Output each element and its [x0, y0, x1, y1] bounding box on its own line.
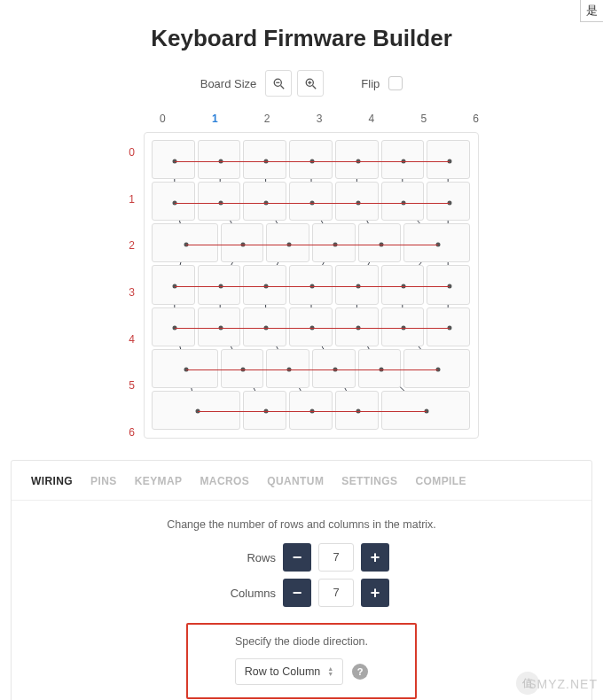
row-label[interactable]: 1	[115, 193, 135, 206]
top-controls: Board Size Flip	[0, 70, 603, 97]
watermark-text: SMYZ.NET	[528, 677, 598, 691]
keyboard-board[interactable]	[144, 132, 479, 439]
row-label[interactable]: 3	[115, 286, 135, 299]
row-wire	[175, 161, 450, 162]
zoom-in-icon	[305, 78, 317, 89]
column-label[interactable]: 3	[317, 113, 323, 125]
zoom-in-button[interactable]	[297, 70, 324, 97]
column-label[interactable]: 0	[160, 113, 166, 125]
column-label[interactable]: 1	[212, 113, 218, 125]
svg-line-4	[312, 85, 316, 89]
zoom-out-button[interactable]	[265, 70, 292, 97]
help-icon[interactable]: ?	[352, 664, 368, 680]
zoom-out-icon	[273, 78, 285, 89]
column-label[interactable]: 5	[420, 113, 427, 125]
tab-keymap[interactable]: KEYMAP	[135, 475, 183, 487]
row-wire	[198, 411, 427, 412]
rows-control: Rows − 7 +	[12, 543, 591, 572]
page-title: Keyboard Firmware Builder	[0, 0, 603, 70]
row-label[interactable]: 5	[115, 379, 135, 392]
row-wire	[175, 203, 450, 204]
row-label[interactable]: 0	[115, 146, 135, 159]
column-label[interactable]: 6	[473, 113, 479, 125]
columns-control: Columns − 7 +	[12, 579, 591, 607]
columns-label: Columns	[214, 587, 276, 600]
board-size-label: Board Size	[200, 77, 257, 90]
row-label[interactable]: 6	[115, 426, 135, 439]
diode-direction-select[interactable]: Row to Column ▲▼	[235, 658, 343, 685]
svg-line-1	[280, 85, 284, 89]
select-arrows-icon: ▲▼	[327, 666, 333, 677]
diode-direction-box: Specify the diode direction. Row to Colu…	[186, 623, 417, 699]
row-labels: 0123456	[115, 146, 135, 439]
tab-macros[interactable]: MACROS	[200, 475, 249, 487]
tabs: WIRINGPINSKEYMAPMACROSQUANTUMSETTINGSCOM…	[12, 461, 591, 501]
rows-increment-button[interactable]: +	[361, 543, 389, 572]
corner-flag: 是	[580, 0, 603, 22]
columns-value[interactable]: 7	[318, 579, 354, 607]
row-wire	[175, 328, 450, 329]
tab-quantum[interactable]: QUANTUM	[267, 475, 324, 487]
column-label[interactable]: 4	[369, 113, 375, 125]
rows-value[interactable]: 7	[318, 543, 354, 572]
tab-pins[interactable]: PINS	[90, 475, 117, 487]
tab-settings[interactable]: SETTINGS	[341, 475, 397, 487]
flip-checkbox[interactable]	[388, 76, 403, 90]
row-wire	[186, 369, 438, 370]
columns-increment-button[interactable]: +	[361, 579, 389, 607]
flip-label: Flip	[361, 77, 380, 90]
rows-label: Rows	[214, 551, 276, 564]
row-wire	[186, 245, 438, 245]
column-labels: 0123456	[160, 113, 479, 125]
row-wire	[175, 286, 450, 287]
diode-note: Specify the diode direction.	[200, 635, 403, 648]
diode-direction-value: Row to Column	[245, 665, 320, 678]
rows-decrement-button[interactable]: −	[283, 543, 311, 572]
row-label[interactable]: 2	[115, 239, 135, 252]
row-label[interactable]: 4	[115, 333, 135, 346]
columns-decrement-button[interactable]: −	[283, 579, 311, 607]
config-panel: WIRINGPINSKEYMAPMACROSQUANTUMSETTINGSCOM…	[11, 460, 592, 700]
column-label[interactable]: 2	[264, 113, 270, 125]
tab-compile[interactable]: COMPILE	[416, 475, 466, 487]
tab-wiring[interactable]: WIRING	[31, 475, 73, 487]
board-area: 0123456 0123456	[115, 113, 488, 449]
matrix-note: Change the number of rows and columns in…	[12, 518, 591, 531]
